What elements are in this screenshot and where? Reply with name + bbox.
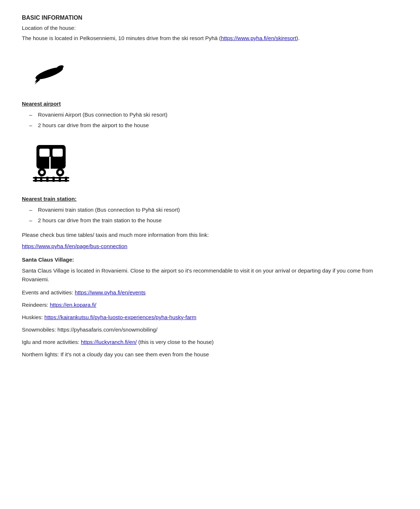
bus-info-section: Please check bus time tables/ taxis and … — [22, 231, 398, 249]
basic-info-section: BASIC INFORMATION Location of the house:… — [22, 15, 398, 43]
location-label: Location of the house: — [22, 25, 398, 31]
nearest-train-section: Nearest train station: Rovaniemi train s… — [22, 196, 398, 225]
iglu-row: Iglu and more activities: https://luckyr… — [22, 338, 398, 346]
nearest-airport-section: Nearest airport Rovaniemi Airport (Bus c… — [22, 101, 398, 130]
train-icon-container — [22, 136, 398, 190]
location-text-before: The house is located in Pelkosenniemi, 1… — [22, 35, 221, 41]
snowmobiles-label: Snowmobiles: https://pyhasafaris.com/en/… — [22, 326, 158, 333]
svg-rect-18 — [52, 177, 55, 182]
huskies-row: Huskies: https://kairankutsu.fi/pyha-luo… — [22, 313, 398, 322]
northern-lights-label: Northern lights: If it's not a cloudy da… — [22, 351, 209, 357]
location-text: The house is located in Pelkosenniemi, 1… — [22, 34, 398, 43]
svg-rect-8 — [49, 157, 51, 169]
iglu-link[interactable]: https://luckyranch.fi/en/ — [81, 339, 137, 345]
events-link[interactable]: https://www.pyha.fi/en/events — [75, 289, 145, 295]
nearest-train-heading: Nearest train station: — [22, 196, 398, 202]
airport-bullet-2: 2 hours car drive from the airport to th… — [29, 121, 398, 130]
nearest-train-list: Rovaniemi train station (Bus connection … — [29, 205, 398, 225]
santa-claus-section: Santa Claus Village: Santa Claus Village… — [22, 257, 398, 359]
plane-icon — [29, 57, 69, 90]
svg-rect-6 — [39, 149, 50, 157]
nearest-airport-list: Rovaniemi Airport (Bus connection to Pyh… — [29, 110, 398, 130]
events-label: Events and activities: — [22, 289, 75, 295]
reindeers-label: Reindeers: — [22, 302, 50, 308]
train-bullet-1: Rovaniemi train station (Bus connection … — [29, 205, 398, 214]
svg-rect-7 — [52, 149, 63, 157]
svg-rect-15 — [35, 177, 37, 182]
svg-rect-13 — [33, 177, 69, 179]
svg-rect-5 — [36, 145, 66, 169]
reindeers-link[interactable]: https://en.kopara.fi/ — [50, 302, 97, 308]
santa-heading: Santa Claus Village: — [22, 257, 398, 263]
location-text-end: ). — [296, 35, 300, 41]
snowmobiles-row: Snowmobiles: https://pyhasafaris.com/en/… — [22, 325, 398, 334]
svg-rect-16 — [40, 177, 42, 182]
events-row: Events and activities: https://www.pyha.… — [22, 288, 398, 297]
train-icon — [29, 141, 73, 185]
santa-description: Santa Claus Village is located in Rovani… — [22, 266, 398, 284]
svg-rect-17 — [46, 177, 48, 182]
bus-connection-link[interactable]: https://www.pyha.fi/en/page/bus-connecti… — [22, 243, 398, 249]
basic-info-heading: BASIC INFORMATION — [22, 15, 398, 21]
bus-info-text: Please check bus time tables/ taxis and … — [22, 231, 398, 239]
airport-bullet-1: Rovaniemi Airport (Bus connection to Pyh… — [29, 110, 398, 119]
svg-point-12 — [58, 171, 62, 174]
svg-rect-14 — [33, 180, 69, 181]
train-bullet-2: 2 hours car drive from the train station… — [29, 216, 398, 225]
iglu-label: Iglu and more activities: — [22, 339, 81, 345]
iglu-suffix: (this is very close to the house) — [137, 339, 214, 345]
huskies-label: Huskies: — [22, 314, 44, 320]
svg-point-10 — [40, 171, 44, 174]
reindeers-row: Reindeers: https://en.kopara.fi/ — [22, 301, 398, 309]
pyha-skiresort-link[interactable]: https://www.pyha.fi/en/skiresort — [221, 35, 296, 41]
huskies-link[interactable]: https://kairankutsu.fi/pyha-luosto-exper… — [44, 314, 197, 320]
nearest-airport-heading: Nearest airport — [22, 101, 398, 107]
svg-rect-19 — [59, 177, 61, 182]
northern-lights-row: Northern lights: If it's not a cloudy da… — [22, 350, 398, 359]
svg-rect-20 — [65, 177, 67, 182]
